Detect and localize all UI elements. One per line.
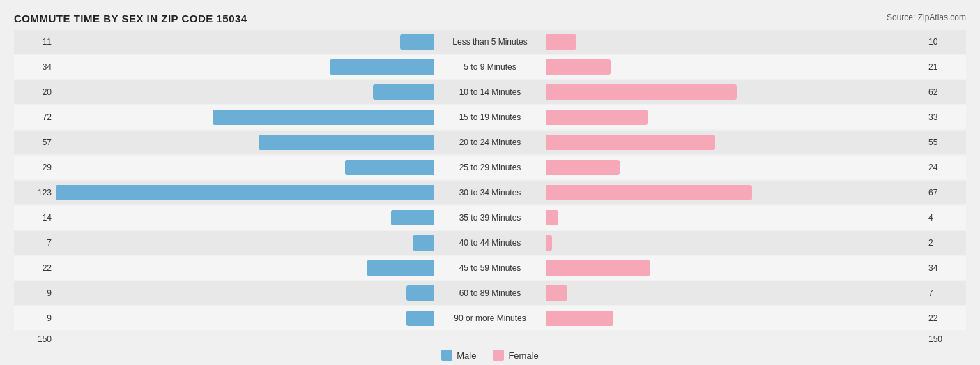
bar-right-container xyxy=(546,311,924,326)
female-bar xyxy=(546,59,611,75)
male-bar xyxy=(330,59,434,75)
bar-right-container xyxy=(546,235,924,251)
bar-row: 72 15 to 19 Minutes 33 xyxy=(14,105,966,129)
axis-right-val: 150 xyxy=(924,334,966,344)
male-bar xyxy=(56,185,434,200)
female-value: 62 xyxy=(924,87,966,97)
bar-left-container xyxy=(56,185,434,200)
bar-right-container xyxy=(546,59,924,75)
female-value: 33 xyxy=(924,112,966,122)
bar-row: 7 40 to 44 Minutes 2 xyxy=(14,231,966,255)
legend: Male Female xyxy=(14,350,966,361)
bar-right-container xyxy=(546,135,924,150)
chart-container: COMMUTE TIME BY SEX IN ZIP CODE 15034 So… xyxy=(0,0,980,365)
legend-female-box xyxy=(493,350,504,361)
male-value: 29 xyxy=(14,163,56,172)
legend-male: Male xyxy=(441,350,476,361)
female-value: 7 xyxy=(924,288,966,298)
female-value: 4 xyxy=(924,213,966,223)
male-bar xyxy=(259,135,434,150)
bar-left-container xyxy=(56,135,434,150)
male-value: 7 xyxy=(14,238,56,248)
legend-female: Female xyxy=(493,350,538,361)
male-value: 9 xyxy=(14,313,56,323)
female-value: 10 xyxy=(924,37,966,47)
female-value: 24 xyxy=(924,163,966,172)
bar-left-container xyxy=(56,84,434,100)
row-label: 90 or more Minutes xyxy=(434,313,546,323)
female-bar xyxy=(546,210,558,225)
female-value: 22 xyxy=(924,313,966,323)
bars-area: 11 Less than 5 Minutes 10 34 5 to 9 Minu… xyxy=(14,30,966,330)
male-value: 123 xyxy=(14,188,56,198)
bar-right-container xyxy=(546,110,924,125)
bar-row: 22 45 to 59 Minutes 34 xyxy=(14,256,966,280)
female-bar xyxy=(546,285,567,301)
row-label: 30 to 34 Minutes xyxy=(434,188,546,198)
female-bar xyxy=(546,84,737,100)
row-label: 35 to 39 Minutes xyxy=(434,213,546,223)
axis-row: 150 150 xyxy=(14,334,966,344)
male-bar xyxy=(345,160,434,175)
male-bar xyxy=(400,34,434,50)
male-bar xyxy=(406,311,434,326)
bar-row: 57 20 to 24 Minutes 55 xyxy=(14,131,966,154)
row-label: 45 to 59 Minutes xyxy=(434,263,546,273)
legend-male-box xyxy=(441,350,452,361)
bar-left-container xyxy=(56,311,434,326)
bar-row: 14 35 to 39 Minutes 4 xyxy=(14,206,966,230)
male-bar xyxy=(213,110,434,125)
bar-left-container xyxy=(56,110,434,125)
bar-right-container xyxy=(546,210,924,225)
bar-right-container xyxy=(546,185,924,200)
male-bar xyxy=(413,235,434,251)
female-value: 34 xyxy=(924,263,966,273)
female-bar xyxy=(546,235,552,251)
bar-left-container xyxy=(56,285,434,301)
row-label: 25 to 29 Minutes xyxy=(434,163,546,172)
female-value: 21 xyxy=(924,62,966,72)
bar-row: 34 5 to 9 Minutes 21 xyxy=(14,55,966,79)
male-bar xyxy=(373,84,434,100)
bar-right-container xyxy=(546,84,924,100)
female-bar xyxy=(546,34,576,50)
bar-row: 123 30 to 34 Minutes 67 xyxy=(14,181,966,204)
bar-left-container xyxy=(56,59,434,75)
male-value: 20 xyxy=(14,87,56,97)
female-value: 55 xyxy=(924,137,966,147)
bar-right-container xyxy=(546,160,924,175)
bar-row: 11 Less than 5 Minutes 10 xyxy=(14,30,966,54)
row-label: 40 to 44 Minutes xyxy=(434,238,546,248)
row-label: 10 to 14 Minutes xyxy=(434,87,546,97)
bar-right-container xyxy=(546,34,924,50)
male-bar xyxy=(391,210,434,225)
female-value: 67 xyxy=(924,188,966,198)
axis-left-val: 150 xyxy=(14,334,56,344)
male-value: 22 xyxy=(14,263,56,273)
male-value: 14 xyxy=(14,213,56,223)
female-value: 2 xyxy=(924,238,966,248)
male-value: 57 xyxy=(14,137,56,147)
bar-row: 9 60 to 89 Minutes 7 xyxy=(14,281,966,305)
bar-left-container xyxy=(56,260,434,276)
bar-right-container xyxy=(546,285,924,301)
row-label: 20 to 24 Minutes xyxy=(434,137,546,147)
male-value: 11 xyxy=(14,37,56,47)
row-label: 15 to 19 Minutes xyxy=(434,112,546,122)
female-bar xyxy=(546,135,715,150)
bar-left-container xyxy=(56,235,434,251)
bar-row: 29 25 to 29 Minutes 24 xyxy=(14,156,966,179)
male-value: 72 xyxy=(14,112,56,122)
row-label: Less than 5 Minutes xyxy=(434,37,546,47)
chart-title: COMMUTE TIME BY SEX IN ZIP CODE 15034 xyxy=(14,13,966,24)
female-bar xyxy=(546,110,648,125)
female-bar xyxy=(546,311,613,326)
male-value: 9 xyxy=(14,288,56,298)
bar-row: 9 90 or more Minutes 22 xyxy=(14,306,966,330)
male-value: 34 xyxy=(14,62,56,72)
male-bar xyxy=(367,260,434,276)
bar-left-container xyxy=(56,34,434,50)
female-bar xyxy=(546,185,752,200)
bar-left-container xyxy=(56,160,434,175)
bar-row: 20 10 to 14 Minutes 62 xyxy=(14,80,966,104)
